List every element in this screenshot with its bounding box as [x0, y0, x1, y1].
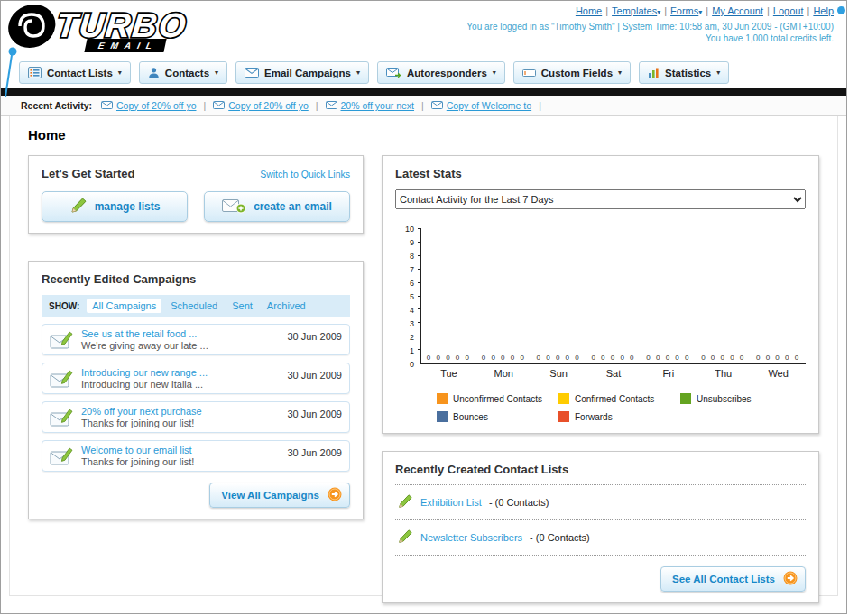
campaign-row[interactable]: See us at the retail food ...We're givin…	[42, 324, 350, 355]
view-all-campaigns-button[interactable]: View All Campaigns	[209, 483, 350, 508]
contact-activity-chart: 012345678910 0 0 0 0 00 0 0 0 00 0 0 0 0…	[395, 229, 806, 422]
separator: |	[539, 100, 541, 111]
link-separator: |	[767, 5, 770, 16]
campaign-row[interactable]: Welcome to our email listThanks for join…	[42, 440, 350, 472]
y-tick-mark	[418, 363, 421, 363]
legend-label: Confirmed Contacts	[575, 394, 654, 404]
main-content: Home Let's Get Started Switch to Quick L…	[9, 116, 838, 596]
campaign-row[interactable]: Introducing our new range ...Introducing…	[42, 363, 350, 394]
chevron-down-icon: ▾	[657, 8, 660, 16]
envelope-icon	[101, 100, 113, 111]
nav-tab-label: Statistics	[665, 68, 711, 78]
top-link-my-account[interactable]: My Account	[712, 5, 763, 16]
campaigns-title: Recently Edited Campaigns	[42, 272, 350, 286]
chart-bar-group: 0 0 0 0 0	[421, 229, 476, 363]
page-title: Home	[28, 127, 819, 143]
activity-item[interactable]: Copy of Welcome to	[431, 100, 531, 111]
new-email-icon	[222, 198, 246, 216]
top-link-logout[interactable]: Logout	[773, 5, 804, 16]
top-links: Home|Templates ▾|Forms ▾|My Account|Logo…	[576, 5, 834, 16]
nav-tab-label: Contact Lists	[47, 68, 113, 78]
campaign-date: 30 Jun 2009	[287, 367, 342, 381]
campaign-title-link[interactable]: Introducing our new range ...	[81, 367, 280, 378]
x-axis-label: Thu	[696, 364, 751, 379]
activity-link[interactable]: Copy of 20% off yo	[116, 100, 197, 111]
recent-activity-label: Recent Activity:	[21, 100, 92, 111]
activity-items: Copy of 20% off yo|Copy of 20% off yo|20…	[101, 100, 541, 111]
left-column: Let's Get Started Switch to Quick Links	[28, 155, 364, 519]
activity-link[interactable]: 20% off your next	[341, 100, 415, 111]
y-tick-label: 0	[410, 361, 414, 369]
credits-info: You have 1,000 total credits left.	[706, 33, 834, 43]
legend-item: Bounces	[437, 411, 558, 422]
header: TURBO EMAIL Home|Templates ▾|Forms ▾|My …	[1, 1, 846, 57]
contact-list-row[interactable]: Exhibition List- (0 Contacts)	[395, 485, 806, 520]
latest-stats-panel: Latest Stats Contact Activity for the La…	[382, 155, 819, 434]
filter-tab-archived[interactable]: Archived	[262, 299, 311, 313]
legend-label: Unconfirmed Contacts	[453, 394, 542, 404]
campaign-row[interactable]: 20% off your next purchaseThanks for joi…	[42, 401, 350, 433]
y-tick-label: 9	[410, 239, 414, 247]
bar-value-labels: 0 0 0 0 0	[427, 354, 471, 362]
contact-list-row[interactable]: Newsletter Subscribers- (0 Contacts)	[395, 520, 806, 556]
link-separator: |	[706, 5, 708, 16]
nav-tab-email-campaigns[interactable]: Email Campaigns▾	[235, 61, 369, 84]
campaign-subtitle: Introducing our new Italia ...	[81, 379, 280, 390]
nav-tab-contact-lists[interactable]: Contact Lists▾	[19, 61, 131, 84]
nav-tab-label: Contacts	[165, 68, 209, 78]
y-tick-mark	[418, 296, 421, 297]
nav-tab-contacts[interactable]: Contacts▾	[139, 61, 227, 84]
separator: |	[421, 100, 424, 111]
activity-link[interactable]: Copy of 20% off yo	[228, 100, 309, 111]
filter-tab-sent[interactable]: Sent	[226, 299, 258, 313]
top-link-home[interactable]: Home	[576, 5, 602, 16]
bar-value-labels: 0 0 0 0 0	[591, 354, 635, 362]
nav-tab-label: Email Campaigns	[264, 68, 351, 78]
chevron-down-icon: ▾	[716, 69, 720, 77]
create-email-label: create an email	[254, 200, 332, 213]
see-all-contact-lists-button[interactable]: See All Contact Lists	[660, 566, 806, 592]
decoration-left-line	[3, 46, 23, 104]
nav-tab-autoresponders[interactable]: Autoresponders▾	[377, 61, 505, 84]
activity-item[interactable]: Copy of 20% off yo	[101, 100, 197, 111]
manage-lists-button[interactable]: manage lists	[42, 191, 188, 222]
legend-swatch	[680, 393, 691, 404]
contact-list-link[interactable]: Newsletter Subscribers	[420, 532, 522, 543]
top-link-forms[interactable]: Forms ▾	[670, 5, 702, 16]
legend-item: Forwards	[558, 411, 680, 422]
filter-tab-scheduled[interactable]: Scheduled	[165, 299, 223, 313]
y-tick-label: 1	[410, 347, 414, 355]
top-link-templates[interactable]: Templates ▾	[612, 5, 660, 16]
nav-tab-statistics[interactable]: Statistics▾	[639, 61, 729, 84]
campaign-title-link[interactable]: 20% off your next purchase	[81, 406, 280, 417]
email-edit-icon	[50, 446, 74, 466]
switch-quick-links-link[interactable]: Switch to Quick Links	[260, 169, 350, 179]
see-all-contact-lists-label: See All Contact Lists	[672, 574, 775, 584]
decoration-dot	[837, 6, 845, 14]
bar-value-labels: 0 0 0 0 0	[756, 354, 800, 362]
legend-swatch	[437, 411, 448, 422]
pencil-icon	[397, 529, 413, 547]
stats-activity-select[interactable]: Contact Activity for the Last 7 Days	[395, 189, 806, 209]
chart-bar-group: 0 0 0 0 0	[751, 229, 806, 363]
get-started-title: Let's Get Started	[42, 167, 135, 180]
contact-list-items: Exhibition List- (0 Contacts)Newsletter …	[395, 485, 806, 556]
email-campaigns-icon	[245, 68, 259, 78]
legend-item: Unconfirmed Contacts	[437, 393, 558, 404]
contact-list-link[interactable]: Exhibition List	[420, 497, 482, 508]
campaign-title-link[interactable]: Welcome to our email list	[81, 445, 280, 455]
chevron-down-icon: ▾	[493, 69, 496, 77]
activity-item[interactable]: 20% off your next	[326, 100, 415, 111]
chart-y-axis: 012345678910	[399, 229, 420, 364]
activity-item[interactable]: Copy of 20% off yo	[213, 100, 309, 111]
create-email-button[interactable]: create an email	[204, 191, 350, 222]
nav-tab-custom-fields[interactable]: Custom Fields▾	[513, 61, 631, 84]
filter-tab-all-campaigns[interactable]: All Campaigns	[87, 299, 161, 313]
get-started-panel: Let's Get Started Switch to Quick Links	[28, 155, 364, 234]
campaign-subtitle: We're giving away our late ...	[81, 340, 280, 351]
campaign-title-link[interactable]: See us at the retail food ...	[81, 328, 280, 339]
y-tick-label: 6	[410, 280, 414, 288]
activity-link[interactable]: Copy of Welcome to	[447, 100, 531, 111]
contacts-icon	[148, 67, 160, 78]
top-link-help[interactable]: Help	[813, 5, 834, 16]
